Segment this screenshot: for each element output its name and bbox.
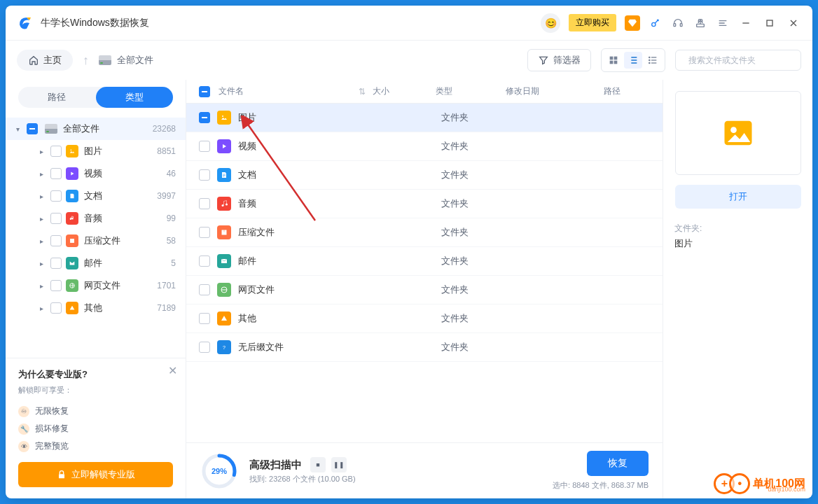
buy-now-button[interactable]: 立即购买 — [569, 14, 616, 31]
promo-feature: 🔧损坏修复 — [18, 420, 173, 438]
checkbox[interactable] — [199, 313, 210, 324]
breadcrumb[interactable]: 全部文件 — [99, 54, 153, 66]
table-row[interactable]: 邮件文件夹 — [186, 247, 663, 276]
up-button[interactable]: ↑ — [83, 53, 89, 68]
col-name[interactable]: 文件名 — [219, 85, 244, 97]
tree-root-all-files[interactable]: ▾ 全部文件 23268 — [6, 118, 186, 140]
share-icon[interactable] — [693, 16, 707, 30]
tree-item-webpage[interactable]: ▸网页文件1701 — [6, 274, 186, 297]
scan-footer: 29% 高级扫描中 ■ ❚❚ 找到: 23268 个文件 (10.00 GB) … — [186, 442, 663, 498]
checkbox[interactable] — [199, 227, 210, 238]
unlock-pro-button[interactable]: 立即解锁专业版 — [18, 462, 173, 487]
table-row[interactable]: ?无后缀文件文件夹 — [186, 333, 663, 362]
table-row[interactable]: 视频文件夹 — [186, 132, 663, 161]
image-placeholder-icon — [720, 115, 756, 151]
key-icon[interactable] — [649, 16, 663, 30]
tab-path[interactable]: 路径 — [18, 87, 96, 108]
svg-point-10 — [649, 59, 650, 60]
checkbox[interactable] — [199, 198, 210, 209]
lock-icon — [56, 469, 67, 480]
assistant-icon[interactable]: 😊 — [541, 13, 560, 33]
preview-panel: 打开 文件夹: 图片 — [663, 80, 812, 498]
tree-item-audio[interactable]: ▸音频99 — [6, 207, 186, 230]
scan-pause-button[interactable]: ❚❚ — [331, 457, 347, 472]
table-row[interactable]: 文档文件夹 — [186, 161, 663, 190]
svg-point-11 — [649, 62, 650, 63]
svg-point-19 — [226, 204, 228, 206]
checkbox[interactable] — [199, 169, 210, 181]
maximize-button[interactable] — [762, 15, 777, 31]
col-path[interactable]: 路径 — [604, 85, 650, 97]
checkbox[interactable] — [27, 123, 38, 134]
tree-item-document[interactable]: ▸文档3997 — [6, 185, 186, 207]
table-row[interactable]: 其他文件夹 — [186, 304, 663, 333]
col-date[interactable]: 修改日期 — [506, 85, 604, 97]
checkbox[interactable] — [50, 190, 62, 202]
caret-right-icon[interactable]: ▸ — [36, 148, 46, 155]
checkbox[interactable] — [50, 302, 62, 314]
promo-close-button[interactable]: ✕ — [168, 364, 177, 377]
menu-icon[interactable] — [716, 16, 730, 30]
tree-item-images[interactable]: ▸图片8851 — [6, 140, 186, 162]
checkbox[interactable] — [199, 342, 210, 353]
table-row[interactable]: 图片文件夹 — [186, 104, 663, 132]
checkbox[interactable] — [199, 255, 210, 267]
view-detail-button[interactable] — [644, 52, 662, 69]
svg-point-17 — [222, 115, 223, 117]
close-button[interactable] — [786, 15, 801, 31]
svg-rect-2 — [680, 23, 682, 26]
checkbox[interactable] — [50, 280, 62, 291]
sidebar: 路径 类型 ▾ 全部文件 23268 ▸图片8851 ▸视频46 ▸文档3997… — [6, 80, 186, 498]
caret-down-icon[interactable]: ▾ — [13, 125, 22, 133]
tree-item-video[interactable]: ▸视频46 — [6, 162, 186, 185]
wrench-icon: 🔧 — [18, 424, 29, 435]
promo-subtitle: 解锁即可享受： — [18, 385, 173, 396]
col-size[interactable]: 大小 — [373, 85, 436, 97]
sort-icon[interactable]: ⇅ — [359, 87, 366, 97]
open-button[interactable]: 打开 — [675, 185, 801, 209]
headset-icon[interactable] — [671, 16, 685, 30]
checkbox[interactable] — [199, 284, 210, 295]
app-window: 牛学长Windows数据恢复 😊 立即购买 主页 ↑ 全部文件 筛选器 — [6, 6, 812, 498]
premium-badge-icon[interactable] — [625, 15, 640, 31]
table-row[interactable]: 音频文件夹 — [186, 190, 663, 218]
select-all-checkbox[interactable] — [199, 86, 210, 97]
eye-icon: 👁 — [18, 441, 29, 452]
table-row[interactable]: 网页文件文件夹 — [186, 276, 663, 304]
filter-button[interactable]: 筛选器 — [527, 49, 591, 71]
tree-item-other[interactable]: ▸其他7189 — [6, 297, 186, 319]
search-box[interactable] — [675, 50, 801, 71]
svg-rect-6 — [614, 57, 618, 60]
minimize-button[interactable] — [738, 15, 754, 31]
filter-icon — [538, 55, 549, 66]
scan-stop-button[interactable]: ■ — [310, 457, 326, 472]
svg-point-27 — [730, 127, 737, 133]
document-icon — [66, 190, 78, 202]
checkbox[interactable] — [199, 112, 210, 123]
tree-item-mail[interactable]: ▸邮件5 — [6, 252, 186, 274]
checkbox[interactable] — [50, 213, 62, 224]
svg-rect-5 — [610, 57, 614, 60]
preview-meta-label: 文件夹: — [674, 223, 702, 234]
checkbox[interactable] — [199, 141, 210, 152]
svg-rect-8 — [614, 61, 618, 64]
checkbox[interactable] — [50, 235, 62, 246]
col-type[interactable]: 类型 — [436, 85, 506, 97]
search-input[interactable] — [688, 55, 793, 65]
mail-icon — [66, 257, 78, 270]
audio-icon — [66, 212, 78, 225]
selection-summary: 选中: 8848 文件, 868.37 MB — [553, 480, 649, 491]
tab-type[interactable]: 类型 — [96, 87, 174, 108]
view-grid-button[interactable] — [604, 52, 623, 69]
checkbox[interactable] — [50, 258, 62, 269]
home-button[interactable]: 主页 — [17, 50, 73, 71]
checkbox[interactable] — [50, 168, 62, 179]
app-title: 牛学长Windows数据恢复 — [41, 17, 541, 29]
webpage-icon — [217, 283, 231, 297]
checkbox[interactable] — [50, 146, 62, 157]
table-row[interactable]: 压缩文件文件夹 — [186, 218, 663, 247]
recover-button[interactable]: 恢复 — [587, 451, 649, 476]
tree-item-archive[interactable]: ▸压缩文件58 — [6, 230, 186, 252]
view-list-button[interactable] — [624, 52, 642, 69]
svg-point-0 — [652, 22, 656, 26]
